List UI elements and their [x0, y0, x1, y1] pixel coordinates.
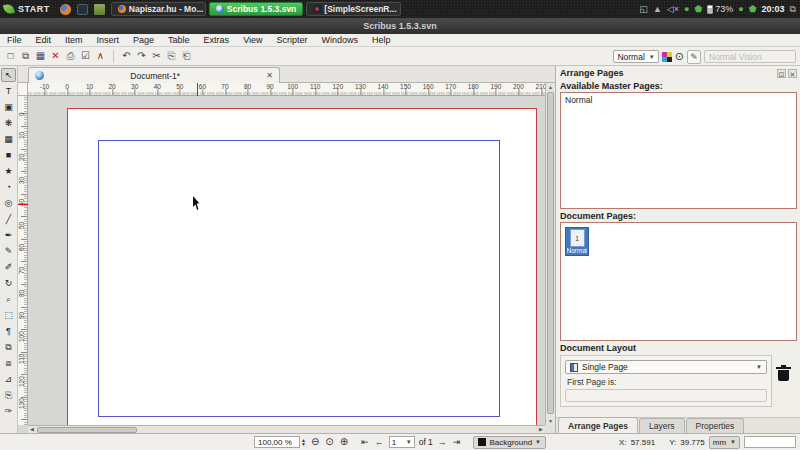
- zoom-100-icon[interactable]: ⊙: [325, 437, 333, 447]
- insert-image-frame-tool[interactable]: ▣: [1, 100, 16, 114]
- preview-mode-eye-icon[interactable]: ⊙: [675, 51, 684, 62]
- cut-icon[interactable]: ✂: [149, 49, 164, 64]
- vertical-scroll-thumb[interactable]: [547, 92, 554, 414]
- insert-arc-tool[interactable]: ◔: [1, 180, 16, 194]
- menu-item[interactable]: Item: [58, 35, 90, 45]
- vertical-ruler[interactable]: 0102030405060708090100110120130: [18, 96, 28, 425]
- network-globe-icon[interactable]: ●: [684, 5, 689, 14]
- network-globe-icon[interactable]: ●: [738, 5, 743, 14]
- insert-render-frame-tool[interactable]: ❋: [1, 116, 16, 130]
- menu-extras[interactable]: Extras: [197, 35, 237, 45]
- print-icon[interactable]: ⎙: [63, 49, 78, 64]
- menu-page[interactable]: Page: [126, 35, 161, 45]
- rotate-item-tool[interactable]: ↻: [1, 276, 16, 290]
- menu-scripter[interactable]: Scripter: [269, 35, 314, 45]
- start-menu-leaf-icon[interactable]: [3, 3, 15, 15]
- menu-edit[interactable]: Edit: [29, 35, 59, 45]
- window-titlebar[interactable]: Scribus 1.5.3.svn: [0, 18, 800, 34]
- zoom-tool[interactable]: ⌕: [1, 292, 16, 306]
- insert-calligraphic-tool[interactable]: ✐: [1, 260, 16, 274]
- spin-down-icon[interactable]: ▼: [301, 442, 306, 446]
- panel-header[interactable]: Arrange Pages ⊡ ✕: [556, 66, 800, 79]
- zoom-out-icon[interactable]: ⊖: [311, 437, 319, 447]
- page[interactable]: [67, 108, 537, 425]
- insert-spiral-tool[interactable]: ◎: [1, 196, 16, 210]
- last-page-nav-icon[interactable]: ⇥: [453, 438, 461, 447]
- panel-tab-properties[interactable]: Properties: [686, 418, 745, 433]
- taskbar-window-button[interactable]: [SimpleScreenR...: [306, 2, 401, 16]
- menu-view[interactable]: View: [236, 35, 269, 45]
- scroll-up-icon[interactable]: ▲: [546, 83, 555, 91]
- new-document-icon[interactable]: □: [3, 49, 18, 64]
- insert-bezier-tool[interactable]: ✒: [1, 228, 16, 242]
- ruler-origin-corner[interactable]: [18, 83, 28, 96]
- clock[interactable]: 20:03: [762, 4, 785, 14]
- file-manager-launcher-icon[interactable]: [94, 4, 105, 15]
- pdf-export-icon[interactable]: ∧: [93, 49, 108, 64]
- menu-file[interactable]: File: [0, 35, 29, 45]
- horizontal-ruler[interactable]: -100102030405060708090100110120130140150…: [28, 83, 545, 96]
- edit-contents-tool[interactable]: ⬚: [1, 308, 16, 322]
- open-document-icon[interactable]: ⧉: [18, 49, 33, 64]
- master-pages-list[interactable]: Normal: [560, 92, 797, 209]
- volume-muted-icon[interactable]: ◁×: [667, 5, 679, 14]
- firefox-launcher-icon[interactable]: [60, 4, 71, 15]
- start-menu-button[interactable]: START: [18, 4, 50, 14]
- master-page-item[interactable]: Normal: [561, 93, 796, 105]
- first-page-select[interactable]: [565, 389, 767, 402]
- horizontal-scrollbar[interactable]: ◀ ▶: [28, 425, 545, 433]
- displays-icon[interactable]: ⧉: [790, 5, 796, 14]
- close-tab-icon[interactable]: ✕: [266, 71, 273, 80]
- spin-arrows[interactable]: ▲▼: [301, 438, 306, 446]
- first-page-nav-icon[interactable]: ⇤: [361, 438, 369, 447]
- screenshot-launcher-icon[interactable]: [77, 4, 88, 15]
- layout-select[interactable]: Single Page ▼: [565, 360, 767, 374]
- select-tool[interactable]: ↖: [1, 68, 16, 82]
- copy-item-properties-tool[interactable]: ⎘: [1, 388, 16, 402]
- scroll-left-icon[interactable]: ◀: [28, 426, 36, 433]
- panel-tab-arrange-pages[interactable]: Arrange Pages: [558, 417, 638, 433]
- close-panel-icon[interactable]: ✕: [788, 69, 797, 78]
- edit-in-preview-icon[interactable]: ✎: [687, 50, 701, 64]
- menu-help[interactable]: Help: [365, 35, 398, 45]
- undo-icon[interactable]: ↶: [119, 49, 134, 64]
- close-document-icon[interactable]: ✕: [48, 49, 63, 64]
- eye-dropper-tool[interactable]: ✑: [1, 404, 16, 418]
- layer-select[interactable]: Background ▼: [473, 436, 546, 449]
- menu-windows[interactable]: Windows: [315, 35, 366, 45]
- redo-icon[interactable]: ↷: [134, 49, 149, 64]
- taskbar-window-button[interactable]: Scribus 1.5.3.svn: [209, 2, 303, 16]
- notification-icon[interactable]: ◱: [639, 5, 648, 14]
- next-page-nav-icon[interactable]: →: [438, 438, 447, 447]
- link-text-frames-tool[interactable]: ⧉: [1, 340, 16, 354]
- color-management-icon[interactable]: [662, 52, 672, 62]
- insert-polygon-tool[interactable]: ★: [1, 164, 16, 178]
- scroll-down-icon[interactable]: ▼: [546, 417, 555, 425]
- display-mode-select[interactable]: Normal ▼: [613, 50, 658, 63]
- unit-select[interactable]: mm ▼: [709, 436, 740, 449]
- shield-icon[interactable]: ⬟: [749, 5, 757, 14]
- unlink-text-frames-tool[interactable]: ⧈: [1, 356, 16, 370]
- insert-table-tool[interactable]: ▦: [1, 132, 16, 146]
- shield-icon[interactable]: ⬟: [694, 5, 702, 14]
- vertical-scrollbar[interactable]: ▲ ▼: [545, 83, 555, 425]
- insert-text-frame-tool[interactable]: T: [1, 84, 16, 98]
- panel-tab-layers[interactable]: Layers: [639, 418, 685, 433]
- copy-icon[interactable]: ⎘: [164, 49, 179, 64]
- page-1-thumbnail[interactable]: 1 Normal: [565, 227, 589, 256]
- document-pages-area[interactable]: 1 Normal: [560, 222, 797, 341]
- scroll-right-icon[interactable]: ▶: [537, 426, 545, 433]
- zoom-in-icon[interactable]: ⊕: [340, 437, 348, 447]
- vision-simulation-select[interactable]: Normal Vision: [704, 50, 796, 63]
- delete-page-button[interactable]: [775, 364, 793, 384]
- float-panel-icon[interactable]: ⊡: [777, 69, 786, 78]
- wifi-icon[interactable]: ▲: [653, 5, 662, 14]
- story-editor-tool[interactable]: ¶: [1, 324, 16, 338]
- previous-page-nav-icon[interactable]: ←: [375, 438, 384, 447]
- save-document-icon[interactable]: ▦: [33, 49, 48, 64]
- menu-table[interactable]: Table: [161, 35, 197, 45]
- document-canvas[interactable]: [28, 96, 545, 425]
- current-page-select[interactable]: 1 ▼: [389, 436, 415, 448]
- menu-insert[interactable]: Insert: [90, 35, 127, 45]
- measurements-tool[interactable]: ⊿: [1, 372, 16, 386]
